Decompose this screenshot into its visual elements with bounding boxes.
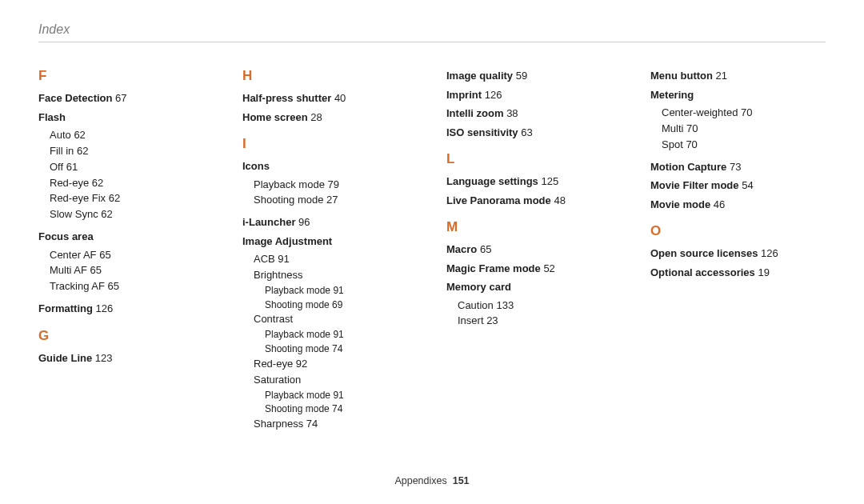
footer: Appendixes 151 [0,475,864,486]
page-ref: 59 [516,70,527,82]
page-ref: 27 [326,194,338,206]
sub-insert: Insert 23 [446,314,622,329]
label: Optional accessories [650,266,755,278]
page-ref: 62 [92,177,103,189]
entry-half-press: Half-press shutter 40 [242,90,418,106]
entry-focus-area: Focus area [38,229,214,245]
entry-iso: ISO sensitivity 63 [446,125,622,141]
sub2-bright-playback: Playback mode 91 [242,284,418,298]
page-ref: 23 [486,314,498,326]
label: Magic Frame mode [446,262,541,274]
page-ref: 62 [101,208,112,220]
sub-multi-af: Multi AF 65 [38,263,214,278]
label: Tracking AF [50,280,105,292]
sub-contrast: Contrast [242,312,418,327]
entry-home-screen: Home screen 28 [242,110,418,126]
page-ref: 69 [332,299,342,310]
page-ref: 54 [742,179,753,191]
label: i-Launcher [242,216,295,228]
sub-multi: Multi 70 [650,122,826,137]
entry-icons: Icons [242,158,418,174]
page-ref: 126 [96,302,114,314]
label: Fill in [50,145,74,157]
entry-macro: Macro 65 [446,242,622,258]
label: Image quality [446,70,513,82]
label: Insert [458,314,484,326]
page-ref: 62 [74,129,85,141]
entry-memory-card: Memory card [446,279,622,295]
page-ref: 91 [278,253,289,265]
index-columns: F Face Detection 67 Flash Auto 62 Fill i… [38,68,826,438]
label: Off [50,161,63,173]
page-ref: 125 [541,175,558,187]
sub-center-weighted: Center-weighted 70 [650,106,826,121]
entry-metering: Metering [650,87,826,103]
page-ref: 21 [716,70,727,82]
entry-magic-frame: Magic Frame mode 52 [446,261,622,277]
sub-tracking-af: Tracking AF 65 [38,279,214,294]
footer-label: Appendixes [394,475,446,486]
entry-ilauncher: i-Launcher 96 [242,214,418,230]
page-title: Index [38,22,826,42]
sub-fillin: Fill in 62 [38,144,214,159]
sub-auto: Auto 62 [38,128,214,143]
label: Shooting mode [265,299,330,310]
label: Playback mode [265,329,330,340]
entry-intelli-zoom: Intelli zoom 38 [446,106,622,122]
page-ref: 62 [109,192,120,204]
page-ref: 96 [298,216,310,228]
sub2-sat-shooting: Shooting mode 74 [242,402,418,416]
label: Live Panorama mode [446,194,551,206]
label: Half-press shutter [242,92,331,104]
label: Playback mode [254,178,325,190]
label: Sharpness [254,418,303,430]
label: Face Detection [38,92,112,104]
letter-m: M [446,219,622,235]
page-ref: 126 [761,247,778,259]
column-3: Image quality 59 Imprint 126 Intelli zoo… [446,68,622,438]
entry-guide-line: Guide Line 123 [38,350,214,366]
label: Home screen [242,111,308,123]
page-ref: 91 [333,390,343,401]
page-ref: 73 [730,161,741,173]
column-2: H Half-press shutter 40 Home screen 28 I… [242,68,418,438]
label: Slow Sync [50,208,98,220]
page-ref: 65 [480,243,491,255]
entry-image-quality: Image quality 59 [446,68,622,84]
page-ref: 70 [686,138,697,150]
page-ref: 19 [758,266,769,278]
label: Motion Capture [650,161,726,173]
sub-redeye: Red-eye 62 [38,176,214,191]
label: Movie Filter mode [650,179,739,191]
sub-spot: Spot 70 [650,138,826,153]
letter-l: L [446,151,622,167]
label: ACB [254,253,275,265]
page-ref: 70 [686,122,698,134]
page-ref: 65 [108,280,119,292]
page-ref: 40 [334,92,346,104]
letter-f: F [38,68,214,84]
page-ref: 65 [90,264,102,276]
sub-redeyefix: Red-eye Fix 62 [38,191,214,206]
letter-h: H [242,68,418,84]
entry-optional-acc: Optional accessories 19 [650,265,826,281]
page-ref: 65 [99,249,110,261]
label: Playback mode [265,285,330,296]
sub-redeye: Red-eye 92 [242,357,418,372]
page-ref: 74 [332,403,342,414]
label: Center AF [50,249,97,261]
page-ref: 133 [496,299,514,311]
page-ref: 79 [328,178,339,190]
label: Caution [458,299,494,311]
sub-saturation: Saturation [242,373,418,388]
page-ref: 38 [506,107,518,119]
sub-brightness: Brightness [242,268,418,283]
label: Shooting mode [265,403,330,414]
label: Open source licenses [650,247,758,259]
entry-language: Language settings 125 [446,174,622,190]
entry-open-source: Open source licenses 126 [650,246,826,262]
page-ref: 74 [332,343,342,354]
label: Intelli zoom [446,107,504,119]
entry-face-detection: Face Detection 67 [38,90,214,106]
label: Red-eye [50,177,89,189]
